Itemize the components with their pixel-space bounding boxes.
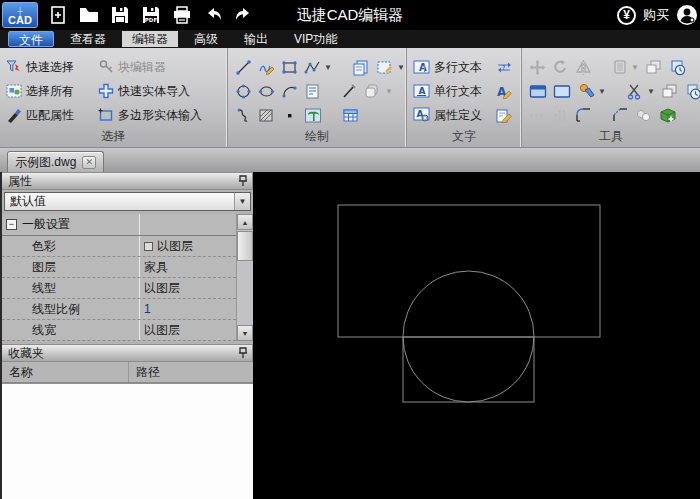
- find-text-icon[interactable]: ?: [496, 55, 512, 79]
- polygon-entity-input-button[interactable]: 多边形实体输入: [98, 103, 202, 127]
- mirror-icon[interactable]: [575, 59, 592, 76]
- rotate-icon[interactable]: [552, 59, 569, 76]
- attribute-definition-button[interactable]: A 属性定义: [413, 103, 482, 127]
- favorites-list[interactable]: [2, 383, 253, 499]
- quick-entity-import-icon: [98, 83, 114, 99]
- region-icon[interactable]: [376, 59, 394, 76]
- polyline-icon[interactable]: [304, 59, 321, 76]
- trim-icon[interactable]: [626, 83, 644, 100]
- block-array-dropdown-icon[interactable]: ▼: [631, 63, 639, 72]
- insert-block-icon[interactable]: [352, 59, 370, 76]
- scroll-up-icon[interactable]: ▲: [237, 214, 253, 230]
- pin-icon[interactable]: [238, 175, 248, 187]
- hatch-icon[interactable]: [258, 107, 275, 124]
- chamfer-icon[interactable]: [612, 107, 629, 123]
- block-create-icon[interactable]: [529, 84, 547, 99]
- drawing-canvas[interactable]: [253, 172, 700, 499]
- favorites-col-name[interactable]: 名称: [2, 362, 129, 382]
- tab-example-dwg[interactable]: 示例图.dwg ✕: [7, 151, 104, 172]
- buy-button[interactable]: 购买: [643, 6, 669, 24]
- text-style-icon[interactable]: A: [496, 79, 512, 103]
- rectangle-icon[interactable]: [281, 59, 298, 76]
- property-row-linetype[interactable]: 线型 以图层: [2, 278, 236, 299]
- section-row[interactable]: − 一般设置: [2, 214, 236, 236]
- block-editor-button[interactable]: 块编辑器: [98, 55, 202, 79]
- singleline-text-button[interactable]: A 单行文本: [413, 79, 482, 103]
- history-icon[interactable]: [684, 83, 700, 100]
- copy-icon[interactable]: [661, 83, 678, 99]
- hatch-needle-icon[interactable]: [341, 83, 358, 100]
- erase-icon[interactable]: [577, 83, 595, 100]
- property-row-linetype-scale[interactable]: 线型比例 1: [2, 299, 236, 320]
- edit-text-icon[interactable]: [496, 103, 512, 127]
- point-icon[interactable]: [281, 107, 298, 124]
- menu-viewer[interactable]: 查看器: [60, 31, 116, 47]
- arc-icon[interactable]: [281, 83, 298, 100]
- menu-file[interactable]: 文件: [8, 31, 54, 47]
- trim-dropdown-icon[interactable]: ▼: [647, 87, 655, 96]
- quick-select-label: 快速选择: [26, 59, 74, 76]
- ribbon-group-text: A 多行文本 A 单行文本 A 属性定义 ? A 文字: [407, 48, 522, 147]
- match-properties-label: 匹配属性: [26, 107, 74, 124]
- save-as-pdf-button[interactable]: PDF: [137, 2, 164, 28]
- polyline-dropdown-icon[interactable]: ▼: [324, 63, 332, 72]
- scroll-down-icon[interactable]: ▼: [237, 325, 253, 341]
- quick-entity-import-button[interactable]: 快速实体导入: [98, 79, 202, 103]
- table-icon[interactable]: [342, 107, 359, 124]
- document-tab-bar: 示例图.dwg ✕: [0, 148, 700, 172]
- user-account-icon[interactable]: [676, 4, 698, 26]
- cad-shape-rect[interactable]: [403, 337, 534, 402]
- match-properties-button[interactable]: 匹配属性: [6, 103, 74, 127]
- open-file-button[interactable]: [75, 2, 102, 28]
- move-icon[interactable]: [529, 59, 546, 76]
- pin-icon[interactable]: [238, 347, 248, 359]
- line-icon[interactable]: [235, 59, 252, 76]
- quick-select-button[interactable]: 快速选择: [6, 55, 74, 79]
- app-logo[interactable]: ┼ CAD: [2, 2, 38, 28]
- multiline-text-button[interactable]: A 多行文本: [413, 55, 482, 79]
- revision-note-icon[interactable]: [304, 83, 321, 100]
- fillet-icon[interactable]: [575, 107, 592, 123]
- attribute-definition-label: 属性定义: [434, 107, 482, 124]
- new-file-button[interactable]: [44, 2, 71, 28]
- tab-close-icon[interactable]: ✕: [82, 156, 96, 169]
- preset-selector[interactable]: 默认值 ▼: [4, 192, 251, 211]
- add-to-block-icon[interactable]: [659, 107, 677, 123]
- property-row-layer[interactable]: 图层 家具: [2, 257, 236, 278]
- menu-editor[interactable]: 编辑器: [122, 31, 178, 47]
- block-array-icon[interactable]: [612, 59, 628, 75]
- menu-vip[interactable]: VIP功能: [284, 31, 347, 47]
- menu-advanced[interactable]: 高级: [184, 31, 228, 47]
- circle-icon[interactable]: [235, 83, 252, 100]
- array-icon[interactable]: [529, 109, 546, 122]
- save-button[interactable]: [106, 2, 133, 28]
- menu-output[interactable]: 输出: [234, 31, 278, 47]
- property-row-lineweight[interactable]: 线宽 以图层: [2, 320, 236, 341]
- ellipse-icon[interactable]: [258, 83, 275, 100]
- block-insert-icon[interactable]: [553, 84, 571, 99]
- region-dropdown-icon[interactable]: ▼: [397, 63, 405, 72]
- chevron-down-icon[interactable]: ▼: [234, 193, 250, 210]
- offset-icon[interactable]: [552, 108, 569, 123]
- scrollbar-thumb[interactable]: [237, 231, 253, 261]
- spline-icon[interactable]: [235, 107, 252, 124]
- favorites-col-path[interactable]: 路径: [129, 364, 160, 381]
- block-editor-icon: [98, 59, 114, 75]
- group-icon[interactable]: [635, 108, 653, 123]
- text-group-caption: 文字: [407, 128, 521, 145]
- print-button[interactable]: [168, 2, 195, 28]
- undo-button[interactable]: [199, 2, 226, 28]
- redo-button[interactable]: [230, 2, 257, 28]
- properties-scrollbar[interactable]: ▲ ▼: [236, 214, 253, 341]
- timed-copy-icon[interactable]: [668, 59, 686, 76]
- wipeout-dropdown-icon[interactable]: ▼: [385, 87, 393, 96]
- copy-disabled-icon[interactable]: [645, 59, 662, 75]
- property-label: 图层: [2, 257, 140, 277]
- erase-dropdown-icon[interactable]: ▼: [598, 87, 606, 96]
- collapse-icon[interactable]: −: [6, 219, 17, 230]
- sketch-icon[interactable]: [258, 59, 275, 76]
- wipeout-icon[interactable]: [364, 83, 382, 100]
- image-icon[interactable]: [304, 107, 322, 124]
- select-all-button[interactable]: 选择所有: [6, 79, 74, 103]
- property-row-color[interactable]: 色彩 以图层: [2, 236, 236, 257]
